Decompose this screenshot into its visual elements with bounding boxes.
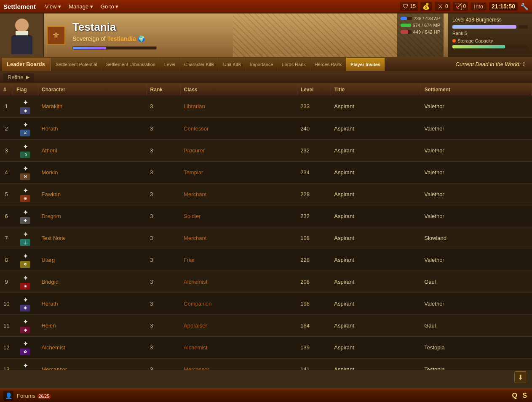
cell-settlement: Testopia: [421, 358, 532, 370]
arrow-icon-btn[interactable]: 🏹 0: [453, 2, 468, 11]
ap-label: 238 / 438 AP: [414, 16, 440, 21]
table-row[interactable]: 11 ✦ ◈ Helen 3 Appraiser 164 Aspirant Ga…: [0, 314, 532, 336]
cell-character: Fawkrin: [38, 183, 147, 205]
table-header-row: # Flag Character Rank Class Level Title …: [0, 84, 532, 96]
cell-rank: 3: [147, 205, 180, 227]
flag-star: ✦: [23, 186, 28, 194]
table-row[interactable]: 9 ✦ ■ Bridgid 3 Alchemist 208 Aspirant G…: [0, 271, 532, 293]
flag-compound: ✦ ⚔: [16, 121, 35, 136]
menu-goto[interactable]: Go to ▾: [98, 3, 121, 11]
cell-title: Aspirant: [331, 227, 421, 249]
cell-num: 13: [0, 358, 13, 370]
table-row[interactable]: 10 ✦ ✤ Herath 3 Companion 196 Aspirant V…: [0, 293, 532, 314]
cell-title: Aspirant: [331, 96, 421, 117]
cell-flag: ✦ ⚒: [13, 161, 38, 183]
cell-settlement: Valethor: [421, 293, 532, 314]
tab-player-invites[interactable]: Player Invites: [346, 58, 385, 71]
cell-num: 11: [0, 314, 13, 336]
table-row[interactable]: 2 ✦ ⚔ Rorath 3 Confessor 240 Aspirant Va…: [0, 117, 532, 139]
table-row[interactable]: 7 ✦ ⚓ Test Nora 3 Merchant 108 Aspirant …: [0, 227, 532, 249]
hp-label: 449 / 642 HP: [413, 29, 440, 35]
bottom-bar: 👤 Forums 26/25 Q S: [0, 389, 532, 402]
col-header-class: Class: [180, 84, 297, 96]
table-row[interactable]: 12 ✦ ✿ Alchemist 3 Alchemist 139 Aspiran…: [0, 336, 532, 358]
flag-star: ✦: [23, 252, 28, 260]
cell-title: Aspirant: [331, 293, 421, 314]
forums-count: 26/25: [37, 394, 51, 399]
cell-title: Aspirant: [331, 161, 421, 183]
tab-heroes-rank[interactable]: Heroes Rank: [310, 58, 346, 71]
shield-icon-btn[interactable]: 🛡 15: [400, 2, 418, 11]
menu-view[interactable]: View ▾: [43, 3, 64, 11]
portrait-head: [15, 19, 29, 32]
cell-class: Companion: [180, 293, 297, 314]
cell-class: Merchant: [180, 227, 297, 249]
storage-label: Storage Capacity: [452, 38, 528, 43]
flag-star: ✦: [23, 274, 28, 282]
forums-label: Forums: [17, 393, 35, 399]
sword-icon-btn[interactable]: ⚔ 0: [435, 2, 450, 11]
col-header-flag: Flag: [13, 84, 38, 96]
cell-title: Aspirant: [331, 139, 421, 161]
table-row[interactable]: 1 ✦ ◆ Marakith 3 Librarian 233 Aspirant …: [0, 96, 532, 117]
flag-emblem: ✿: [20, 349, 30, 355]
cell-settlement: Valethor: [421, 96, 532, 117]
flag-compound: ✦ ☀: [16, 186, 35, 202]
scroll-down-indicator[interactable]: ⬇: [514, 371, 526, 383]
tab-character-kills[interactable]: Character Kills: [180, 58, 219, 71]
cell-rank: 3: [147, 271, 180, 293]
cell-character: Helen: [38, 314, 147, 336]
leaderboard-header: Leader Boards: [2, 58, 51, 71]
tab-lords-rank[interactable]: Lords Rank: [278, 58, 310, 71]
info-button[interactable]: Info: [471, 3, 487, 11]
table-row[interactable]: 3 ✦ ☽ Athoril 3 Procurer 232 Aspirant Va…: [0, 139, 532, 161]
stats-panel: 238 / 438 AP 674 / 674 MP 449 / 642 HP: [397, 13, 444, 58]
profile-area: ⚜ Testania Sovereign of Testlandia 🌍 238…: [0, 13, 532, 58]
table-row[interactable]: 8 ✦ ✡ Utarg 3 Friar 228 Aspirant Valetho…: [0, 249, 532, 271]
bottom-icon-left[interactable]: 👤: [3, 391, 13, 401]
tab-importance[interactable]: Importance: [246, 58, 278, 71]
cell-num: 10: [0, 293, 13, 314]
level-title: Level 418 Burgheress: [452, 17, 528, 23]
coin-icon: 💰: [422, 3, 430, 10]
cell-character: Mercassor: [38, 358, 147, 370]
table-row[interactable]: 6 ✦ ✚ Dregrim 3 Soldier 232 Aspirant Val…: [0, 205, 532, 227]
col-header-settlement: Settlement: [421, 84, 532, 96]
refine-button[interactable]: Refine ▶: [3, 73, 34, 82]
table-row[interactable]: 4 ✦ ⚒ Morkin 3 Templar 234 Aspirant Vale…: [0, 161, 532, 183]
cell-num: 5: [0, 183, 13, 205]
cell-settlement: Testopia: [421, 336, 532, 358]
cell-character: Herath: [38, 293, 147, 314]
flag-emblem: ✡: [20, 261, 30, 268]
col-header-level: Level: [297, 84, 331, 96]
flag-compound: ✦ ⬟: [16, 362, 35, 370]
table-row[interactable]: 13 ✦ ⬟ Mercassor 3 Mercassor 141 Aspiran…: [0, 358, 532, 370]
col-header-num: #: [0, 84, 13, 96]
cell-character: Morkin: [38, 161, 147, 183]
tab-level[interactable]: Level: [160, 58, 180, 71]
tabs-row: Leader Boards Settlement Potential Settl…: [0, 58, 532, 71]
tab-unit-kills[interactable]: Unit Kills: [219, 58, 246, 71]
flag-compound: ✦ ⚒: [16, 165, 35, 180]
qs-button[interactable]: Q S: [512, 392, 529, 399]
tab-settlement-potential[interactable]: Settlement Potential: [51, 58, 102, 71]
cell-class: Templar: [180, 161, 297, 183]
cell-rank: 3: [147, 183, 180, 205]
menu-manage[interactable]: Manage ▾: [66, 3, 96, 11]
flag-compound: ✦ ✡: [16, 252, 35, 268]
leaderboard-section: Leader Boards Settlement Potential Settl…: [0, 58, 532, 370]
coin-icon-btn[interactable]: 💰: [420, 2, 432, 11]
table-row[interactable]: 5 ✦ ☀ Fawkrin 3 Merchant 228 Aspirant Va…: [0, 183, 532, 205]
forums-button[interactable]: Forums 26/25: [17, 393, 51, 399]
tab-settlement-urbanization[interactable]: Settlement Urbanization: [102, 58, 160, 71]
hp-bar-bg: [401, 30, 412, 34]
cell-title: Aspirant: [331, 183, 421, 205]
cell-num: 9: [0, 271, 13, 293]
cell-settlement: Valethor: [421, 249, 532, 271]
cell-level: 141: [297, 358, 331, 370]
cell-character: Rorath: [38, 117, 147, 139]
settings-icon[interactable]: 🔧: [520, 3, 529, 11]
cell-flag: ✦ ⬟: [13, 358, 38, 370]
character-emblem: ⚜: [47, 26, 65, 45]
sword-count: 0: [445, 3, 448, 9]
